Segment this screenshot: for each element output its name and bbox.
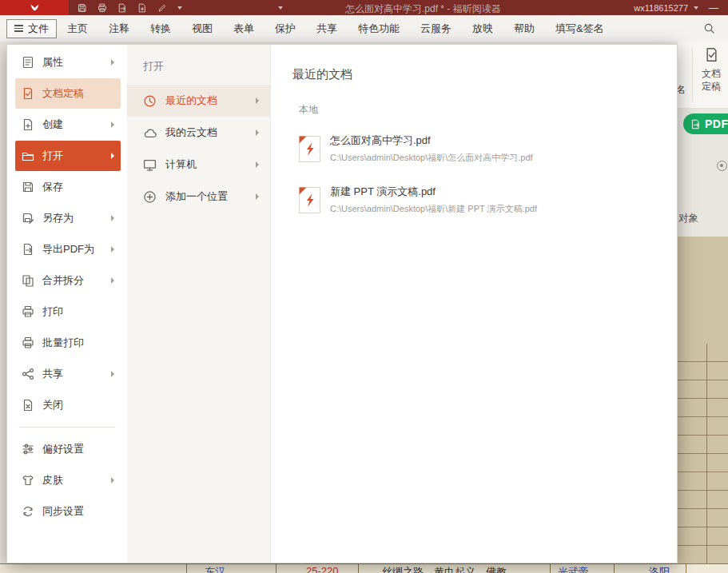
merge-pages-icon [22, 274, 34, 287]
table-border [186, 564, 187, 573]
file-menu-item-close[interactable]: 关闭 [15, 390, 121, 420]
customize-toolbar-chevron-icon[interactable] [278, 6, 283, 10]
recent-file-row[interactable]: 怎么面对高中学习.pdf C:\Users\admin\Desktop\福昕\怎… [292, 128, 677, 169]
printer-icon [22, 305, 34, 318]
monitor-icon [143, 158, 157, 172]
ribbon-fragment: 名 文档 定稿 [678, 42, 728, 109]
title-bar: 怎么面对高中学习.pdf * - 福昕阅读器 wx118615277 — [0, 0, 728, 15]
file-info: 新建 PPT 演示文稿.pdf C:\Users\admin\Desktop\福… [330, 185, 537, 215]
file-menu-item-save[interactable]: 保存 [15, 172, 121, 202]
item-label: 打开 [42, 149, 63, 163]
pdf-convert-widget[interactable]: PDF [683, 113, 728, 134]
tab-view[interactable]: 视图 [181, 15, 223, 42]
minimize-button[interactable]: — [704, 2, 723, 14]
floppy-pen-icon [22, 212, 34, 225]
table-cell-years: 25-220 [306, 565, 338, 573]
item-label: 保存 [42, 180, 63, 194]
chevron-right-icon [111, 477, 114, 483]
file-menu-item-share[interactable]: 共享 [15, 359, 121, 389]
ribbon-group-divider [692, 48, 693, 101]
window-title: 怎么面对高中学习.pdf * - 福昕阅读器 [345, 2, 501, 16]
save-icon[interactable] [78, 3, 87, 13]
open-panel-column: 打开 最近的文档 我的云文档 计算机 添加一个位置 [127, 45, 271, 563]
open-item-recent-documents[interactable]: 最近的文档 [127, 85, 270, 117]
file-menu-item-preferences[interactable]: 偏好设置 [15, 434, 121, 464]
tab-cloud-service[interactable]: 云服务 [410, 15, 462, 42]
foxit-logo[interactable] [0, 0, 69, 15]
tab-share[interactable]: 共享 [306, 15, 348, 42]
table-cell-dynasty: 东汉 [205, 565, 225, 573]
doc-plus-icon [22, 118, 34, 131]
chevron-right-icon [256, 129, 259, 136]
qat-dropdown-icon[interactable] [177, 6, 182, 10]
file-menu-item-print[interactable]: 打印 [15, 296, 121, 327]
print-icon[interactable] [97, 3, 107, 13]
file-menu-button[interactable]: 文件 [6, 19, 57, 38]
table-cell-founder: 光武帝 [558, 565, 589, 573]
file-menu-item-skin[interactable]: 皮肤 [15, 465, 121, 495]
batch-printer-icon [22, 336, 34, 349]
file-menu-item-properties[interactable]: 属性 [15, 47, 121, 78]
tab-home[interactable]: 主页 [57, 15, 98, 42]
export-icon[interactable] [117, 3, 127, 13]
item-label: 皮肤 [42, 473, 63, 487]
file-menu-item-sync-settings[interactable]: 同步设置 [15, 496, 121, 527]
recent-documents-panel: 最近的文档 本地 怎么面对高中学习.pdf C:\Users\admin\Des… [271, 45, 677, 563]
chevron-right-icon [256, 97, 259, 104]
account-dropdown-icon[interactable] [694, 6, 698, 10]
file-path: C:\Users\admin\Desktop\福昕\新建 PPT 演示文稿.pd… [330, 203, 537, 215]
pdf-widget-label: PDF [705, 117, 728, 130]
open-item-my-cloud-documents[interactable]: 我的云文档 [127, 117, 270, 149]
properties-icon [22, 56, 34, 69]
tab-convert[interactable]: 转换 [140, 15, 181, 42]
search-icon[interactable] [703, 22, 715, 34]
file-menu-item-finalize[interactable]: 文档定稿 [15, 78, 121, 109]
document-table-lines [678, 344, 728, 563]
tab-features[interactable]: 特色功能 [348, 15, 410, 42]
fox-icon [30, 2, 40, 13]
cloud-icon [143, 126, 157, 140]
chevron-right-icon [111, 215, 114, 221]
file-menu-item-batch-print[interactable]: 批量打印 [15, 328, 121, 358]
file-menu-item-create[interactable]: 创建 [15, 109, 121, 140]
tab-protect[interactable]: 保护 [265, 15, 306, 42]
doc-check-icon [22, 87, 34, 100]
item-label: 最近的文档 [165, 94, 217, 108]
pdf-doc-icon [690, 119, 701, 129]
local-group-label: 本地 [299, 103, 677, 117]
item-label: 文档定稿 [42, 86, 84, 101]
table-border [358, 564, 359, 573]
file-menu-item-open[interactable]: 打开 [15, 141, 121, 171]
circle-dot-icon[interactable] [717, 161, 727, 171]
tab-comment[interactable]: 注释 [98, 15, 140, 42]
chevron-right-icon [256, 161, 259, 168]
file-menu-item-save-as[interactable]: 另存为 [15, 203, 121, 233]
file-path: C:\Users\admin\Desktop\福昕\怎么面对高中学习.pdf [330, 152, 533, 164]
item-label: 属性 [42, 55, 63, 70]
tab-presentation[interactable]: 放映 [462, 15, 503, 42]
item-label: 合并拆分 [42, 273, 84, 288]
tab-form[interactable]: 表单 [223, 15, 265, 42]
object-panel-label: 对象 [678, 212, 698, 225]
chevron-right-icon [111, 59, 114, 66]
open-item-add-a-place[interactable]: 添加一个位置 [127, 181, 270, 213]
file-menu-item-export-pdf[interactable]: 导出PDF为 [15, 234, 121, 265]
file-menu-item-combine-split[interactable]: 合并拆分 [15, 265, 121, 296]
sign-pen-icon[interactable] [157, 3, 167, 13]
tab-help[interactable]: 帮助 [503, 15, 545, 42]
item-label: 添加一个位置 [165, 189, 228, 204]
floppy-icon [22, 181, 34, 193]
item-label: 另存为 [42, 211, 74, 225]
open-item-computer[interactable]: 计算机 [127, 149, 270, 181]
sliders-icon [22, 443, 34, 456]
doc-arrow-icon [22, 243, 34, 256]
create-doc-icon[interactable] [137, 3, 147, 13]
recent-file-row[interactable]: 新建 PPT 演示文稿.pdf C:\Users\admin\Desktop\福… [292, 179, 677, 221]
chevron-right-icon [111, 246, 114, 253]
tab-fill-sign[interactable]: 填写&签名 [545, 15, 615, 42]
file-info: 怎么面对高中学习.pdf C:\Users\admin\Desktop\福昕\怎… [330, 133, 533, 164]
account-name[interactable]: wx118615277 [634, 3, 688, 13]
chevron-right-icon [256, 193, 259, 200]
hamburger-icon [14, 25, 23, 32]
ribbon-finalize-button[interactable]: 文档 定稿 [695, 47, 727, 93]
